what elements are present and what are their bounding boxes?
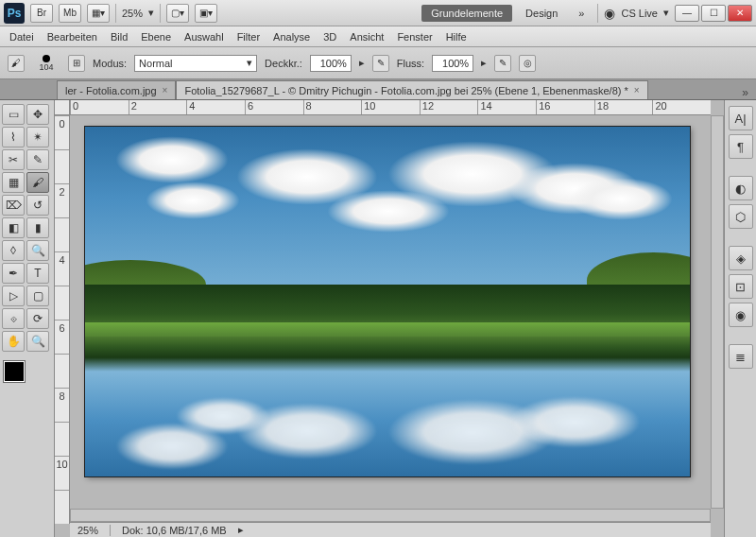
- blur-tool[interactable]: ◊: [2, 240, 25, 261]
- channels-panel-icon[interactable]: ⊡: [729, 274, 753, 299]
- screen-mode-button[interactable]: ▣▾: [195, 4, 217, 23]
- brush-tool[interactable]: 🖌: [26, 172, 49, 193]
- pen-tool[interactable]: ✒: [2, 263, 25, 284]
- canvas-area: 02468101214161820 0246810: [55, 100, 724, 537]
- close-button[interactable]: ✕: [728, 5, 752, 22]
- document-tab-active[interactable]: Fotolia_15279687_L - © Dmitry Pichugin -…: [176, 80, 647, 99]
- toolbox: ▭✥ ⌇✴ ✂✎ ▦🖌 ⌦↺ ◧▮ ◊🔍 ✒T ▷▢ ⟐⟳ ✋🔍: [0, 100, 55, 537]
- menu-filter[interactable]: Filter: [237, 31, 260, 43]
- eraser-tool[interactable]: ◧: [2, 217, 25, 238]
- lasso-tool[interactable]: ⌇: [2, 127, 25, 147]
- eyedropper-tool[interactable]: ✎: [26, 149, 49, 170]
- options-bar: 🖌 104 ⊞ Modus: Normal▾ Deckkr.: 100%▸ ✎ …: [0, 47, 756, 79]
- document-canvas[interactable]: [85, 127, 690, 476]
- color-swatches[interactable]: [2, 359, 43, 388]
- zoom-level[interactable]: 25%: [122, 8, 143, 19]
- title-bar: Ps Br Mb ▦▾ 25%▾ ▢▾ ▣▾ Grundelemente Des…: [0, 0, 756, 26]
- marquee-tool[interactable]: ✥: [26, 104, 49, 125]
- gradient-tool[interactable]: ▮: [26, 217, 49, 238]
- dodge-tool[interactable]: 🔍: [26, 240, 49, 261]
- menu-ebene[interactable]: Ebene: [141, 31, 171, 43]
- 3d-tool[interactable]: ⟐: [2, 308, 25, 329]
- menu-hilfe[interactable]: Hilfe: [446, 31, 467, 43]
- menu-bearbeiten[interactable]: Bearbeiten: [47, 31, 97, 43]
- vertical-ruler[interactable]: 0246810: [55, 115, 70, 524]
- tablet-opacity-icon[interactable]: ✎: [372, 55, 389, 72]
- ps-logo: Ps: [4, 3, 25, 24]
- move-tool[interactable]: ▭: [2, 104, 25, 125]
- mode-label: Modus:: [93, 58, 127, 69]
- foreground-color[interactable]: [4, 361, 25, 382]
- menu-datei[interactable]: Datei: [9, 31, 34, 43]
- flow-label: Fluss:: [397, 58, 424, 69]
- character-panel-icon[interactable]: A|: [729, 106, 753, 130]
- arrange-docs-button[interactable]: ▢▾: [166, 4, 189, 23]
- brush-preset-picker[interactable]: 104: [32, 52, 60, 75]
- ruler-origin[interactable]: [55, 100, 70, 115]
- opacity-label: Deckkr.:: [265, 58, 302, 69]
- status-zoom[interactable]: 25%: [77, 525, 98, 536]
- horizontal-scrollbar[interactable]: [70, 509, 711, 522]
- menu-ansicht[interactable]: Ansicht: [350, 31, 384, 43]
- menu-3d[interactable]: 3D: [323, 31, 336, 43]
- hand-tool[interactable]: ✋: [2, 331, 25, 352]
- workspace-design[interactable]: Design: [518, 5, 565, 22]
- cslive-button[interactable]: CS Live: [621, 8, 658, 19]
- brush-panel-icon[interactable]: ⊞: [68, 55, 85, 72]
- workspace-grundelemente[interactable]: Grundelemente: [421, 5, 512, 22]
- horizontal-ruler[interactable]: 02468101214161820: [70, 100, 711, 115]
- status-bar: 25% Dok: 10,6 MB/17,6 MB ▸: [70, 522, 711, 537]
- close-tab-icon[interactable]: ×: [163, 85, 168, 95]
- view-extras-button[interactable]: ▦▾: [87, 4, 110, 23]
- quick-select-tool[interactable]: ✴: [26, 127, 49, 147]
- airbrush-icon[interactable]: ✎: [494, 55, 511, 72]
- flow-input[interactable]: 100%: [432, 55, 473, 72]
- shape-tool[interactable]: ▢: [26, 286, 49, 306]
- bridge-button[interactable]: Br: [30, 4, 53, 23]
- paths-panel-icon[interactable]: ◉: [729, 303, 753, 327]
- menu-fenster[interactable]: Fenster: [397, 31, 432, 43]
- maximize-button[interactable]: ☐: [701, 5, 726, 22]
- tablet-size-icon[interactable]: ◎: [519, 55, 536, 72]
- document-tab-bar: ler - Fotolia.com.jpg × Fotolia_15279687…: [0, 79, 756, 100]
- history-brush-tool[interactable]: ↺: [26, 195, 49, 216]
- vertical-scrollbar[interactable]: [711, 115, 724, 509]
- path-select-tool[interactable]: ▷: [2, 286, 25, 306]
- document-tab[interactable]: ler - Fotolia.com.jpg ×: [57, 80, 176, 99]
- history-panel-icon[interactable]: ≣: [729, 344, 753, 369]
- menu-analyse[interactable]: Analyse: [273, 31, 310, 43]
- stamp-tool[interactable]: ⌦: [2, 195, 25, 216]
- tool-preset-icon[interactable]: 🖌: [8, 55, 25, 72]
- minimize-button[interactable]: —: [675, 5, 699, 22]
- zoom-tool[interactable]: 🔍: [26, 331, 49, 352]
- tabs-overflow-icon[interactable]: »: [734, 86, 756, 99]
- minibridge-button[interactable]: Mb: [59, 4, 81, 23]
- opacity-input[interactable]: 100%: [310, 55, 352, 72]
- healing-tool[interactable]: ▦: [2, 172, 25, 193]
- crop-tool[interactable]: ✂: [2, 149, 25, 170]
- menu-bild[interactable]: Bild: [111, 31, 128, 43]
- right-panel-dock: A| ¶ ◐ ⬡ ◈ ⊡ ◉ ≣: [724, 100, 756, 537]
- blend-mode-select[interactable]: Normal▾: [134, 55, 257, 72]
- menu-auswahl[interactable]: Auswahl: [184, 31, 224, 43]
- type-tool[interactable]: T: [26, 263, 49, 284]
- masks-panel-icon[interactable]: ⬡: [729, 204, 753, 229]
- close-tab-icon[interactable]: ×: [634, 85, 640, 95]
- layers-panel-icon[interactable]: ◈: [729, 246, 753, 270]
- workspace-more[interactable]: »: [571, 5, 592, 22]
- status-docsize[interactable]: Dok: 10,6 MB/17,6 MB: [122, 525, 227, 536]
- 3d-camera-tool[interactable]: ⟳: [26, 308, 49, 329]
- adjustments-panel-icon[interactable]: ◐: [729, 176, 753, 200]
- menu-bar: Datei Bearbeiten Bild Ebene Auswahl Filt…: [0, 26, 756, 47]
- paragraph-panel-icon[interactable]: ¶: [729, 134, 753, 159]
